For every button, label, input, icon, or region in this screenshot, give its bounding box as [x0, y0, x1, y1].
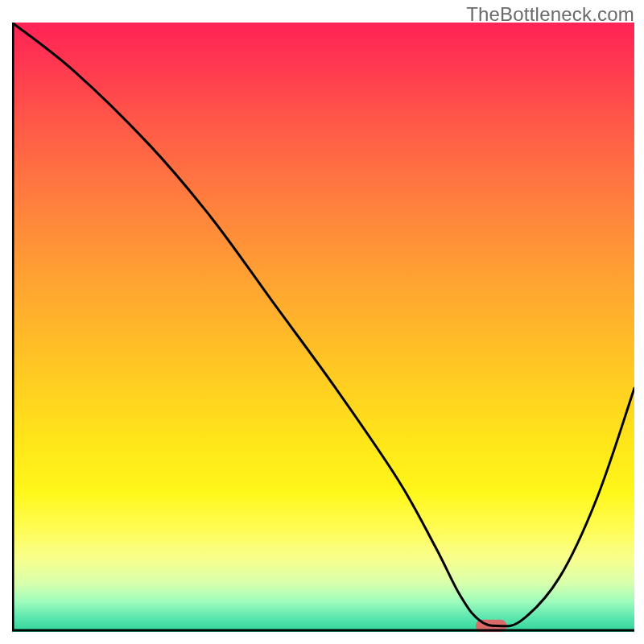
- chart-container: TheBottleneck.com: [0, 0, 644, 644]
- axis-frame: [13, 23, 634, 630]
- bottleneck-curve-line: [12, 23, 634, 626]
- plot-area: [12, 23, 634, 632]
- chart-svg: [12, 23, 634, 632]
- watermark-text: TheBottleneck.com: [466, 3, 634, 26]
